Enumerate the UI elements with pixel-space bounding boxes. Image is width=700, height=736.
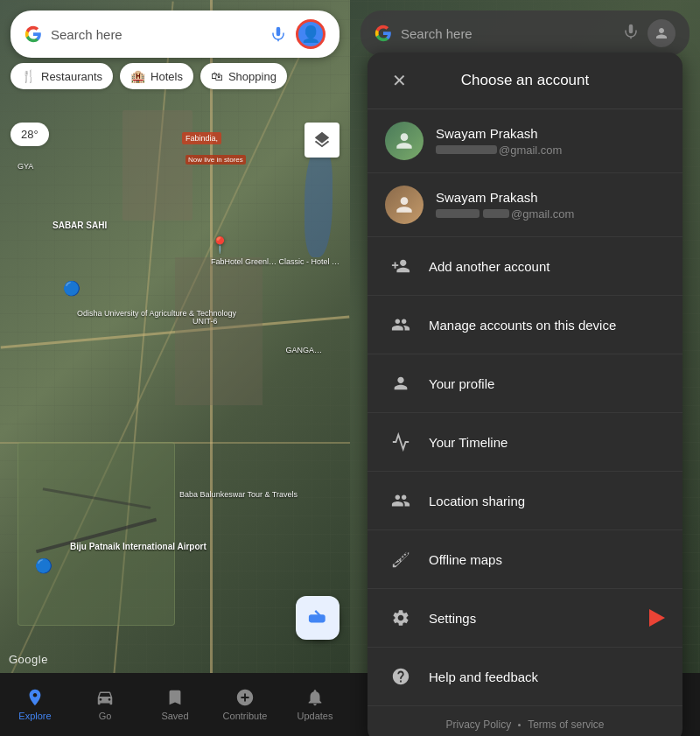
your-timeline-label: Your Timeline (429, 435, 508, 450)
account-info-1: Swayam Prakash @gmail.com (436, 126, 665, 157)
offline-maps-label: Offline maps (429, 552, 502, 567)
account-avatar-2 (385, 186, 424, 224)
temperature-badge: 28° (10, 123, 49, 146)
timeline-icon (385, 426, 416, 458)
filter-shopping[interactable]: 🛍 Shopping (200, 63, 287, 89)
avatar-icon-left: 👤 (301, 25, 320, 44)
settings-option[interactable]: Settings (368, 589, 682, 648)
menu-close-button[interactable]: ✕ (385, 67, 413, 95)
runway-2 (42, 487, 150, 509)
layers-button[interactable] (304, 123, 340, 158)
help-feedback-option[interactable]: Help and feedback (368, 648, 682, 706)
pin-blue-2: 🔵 (35, 557, 52, 574)
account-item-2[interactable]: Swayam Prakash @gmail.com (368, 173, 682, 237)
poi-baba: Baba Balunkeswar Tour & Travels (179, 490, 298, 501)
location-sharing-option[interactable]: Location sharing (368, 472, 682, 530)
manage-accounts-icon (385, 309, 416, 340)
restaurants-icon: 🍴 (21, 69, 36, 83)
hotels-label: Hotels (150, 70, 183, 83)
account-info-2: Swayam Prakash @gmail.com (436, 190, 665, 221)
search-text-right: Search here (401, 26, 614, 41)
avatar-button-left[interactable]: 👤 (296, 19, 326, 49)
filter-restaurants[interactable]: 🍴 Restaurants (10, 63, 113, 89)
mic-icon-left[interactable] (270, 25, 287, 43)
water-body (304, 147, 332, 257)
settings-icon (385, 602, 416, 634)
settings-label: Settings (429, 611, 476, 626)
right-panel: Search here ✕ Choose an account (350, 0, 700, 736)
google-logo (24, 25, 42, 43)
shopping-icon: 🛍 (211, 69, 223, 83)
hotels-icon: 🏨 (130, 69, 145, 83)
filter-hotels[interactable]: 🏨 Hotels (120, 63, 193, 89)
poi-ganga: GANGA… (285, 346, 322, 354)
account-email-2: @gmail.com (436, 207, 665, 221)
shopping-label: Shopping (228, 70, 276, 83)
nav-go-left[interactable]: Go (70, 673, 140, 736)
offline-maps-icon (385, 543, 416, 575)
your-profile-icon (385, 368, 416, 399)
settings-arrow (649, 609, 665, 627)
nav-updates-left[interactable]: Updates (280, 673, 350, 736)
arrow-right-icon (649, 609, 665, 627)
add-account-label: Add another account (429, 259, 550, 274)
manage-accounts-label: Manage accounts on this device (429, 318, 616, 333)
restaurants-label: Restaurants (41, 70, 102, 83)
account-email-1: @gmail.com (436, 144, 665, 157)
menu-footer: Privacy Policy Terms of service (368, 706, 682, 736)
navigate-button[interactable] (296, 596, 340, 640)
menu-header: ✕ Choose an account (368, 53, 682, 109)
help-icon (385, 661, 416, 692)
account-menu: ✕ Choose an account Swayam Prakash @gmai… (368, 53, 682, 736)
nav-go-label-left: Go (99, 711, 112, 721)
menu-title: Choose an account (413, 72, 637, 89)
location-sharing-icon (385, 485, 416, 516)
your-profile-label: Your profile (429, 376, 494, 391)
nav-updates-label-left: Updates (298, 711, 333, 721)
your-profile-option[interactable]: Your profile (368, 354, 682, 413)
nav-explore-label-left: Explore (18, 711, 51, 721)
poi-biju: Biju Patnaik International Airport (70, 541, 206, 552)
account-item-1[interactable]: Swayam Prakash @gmail.com (368, 109, 682, 173)
email-redacted-2 (436, 209, 480, 218)
nav-explore-left[interactable]: Explore (0, 673, 70, 736)
bottom-nav-left: Explore Go Saved Contribute Updates (0, 673, 350, 736)
mic-icon-right[interactable] (623, 24, 639, 44)
account-name-1: Swayam Prakash (436, 126, 665, 141)
terms-of-service-link[interactable]: Terms of service (528, 718, 604, 731)
nav-saved-left[interactable]: Saved (140, 673, 210, 736)
google-logo-right (374, 25, 392, 42)
filter-row: 🍴 Restaurants 🏨 Hotels 🛍 Shopping (0, 63, 350, 89)
urban-block-1 (122, 110, 192, 221)
email-redacted-1 (436, 145, 497, 154)
airport-area (18, 442, 175, 626)
privacy-policy-link[interactable]: Privacy Policy (445, 718, 511, 731)
pin-pink: 📍 (210, 235, 229, 255)
left-header: Search here 👤 (0, 0, 350, 65)
email-redacted-2b (483, 209, 509, 218)
email-suffix-2: @gmail.com (511, 207, 574, 221)
left-panel: Fabindia, Now live in stores SABAR SAHI … (0, 0, 350, 736)
search-bar-right[interactable]: Search here (360, 11, 690, 56)
map-controls: 28° (10, 123, 49, 146)
google-watermark-left: Google (9, 653, 48, 666)
account-name-2: Swayam Prakash (436, 190, 665, 205)
poi-fabindia: Fabindia, (182, 132, 221, 144)
manage-accounts-option[interactable]: Manage accounts on this device (368, 296, 682, 354)
email-suffix-1: @gmail.com (499, 144, 562, 157)
poi-now-live: Now live in stores (186, 155, 246, 165)
add-account-option[interactable]: Add another account (368, 237, 682, 296)
poi-unit6: UNIT-6 (192, 317, 218, 326)
add-account-icon (385, 250, 416, 282)
offline-maps-option[interactable]: Offline maps (368, 530, 682, 589)
your-timeline-option[interactable]: Your Timeline (368, 413, 682, 472)
footer-dot (518, 724, 521, 726)
account-avatar-1 (385, 122, 424, 160)
poi-gyangya: GYA (18, 162, 33, 172)
help-feedback-label: Help and feedback (429, 669, 538, 684)
search-bar-left[interactable]: Search here 👤 (10, 11, 340, 58)
avatar-right[interactable] (648, 19, 676, 47)
nav-contribute-left[interactable]: Contribute (210, 673, 280, 736)
temperature-value: 28° (21, 128, 38, 141)
nav-contribute-label-left: Contribute (223, 711, 268, 721)
